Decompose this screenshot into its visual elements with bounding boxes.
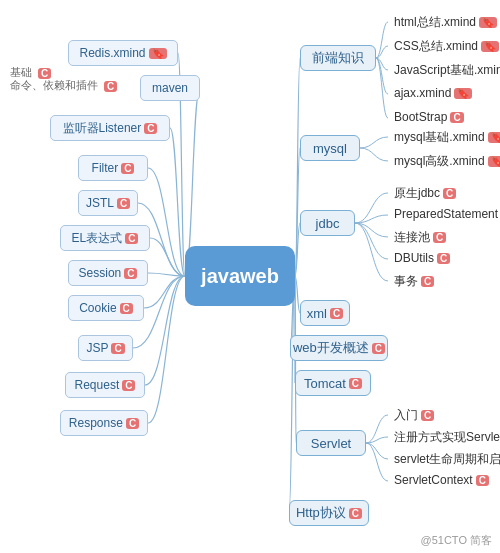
node-label: Response [69, 416, 123, 430]
leaf-label: PreparedStatement [394, 207, 498, 221]
leaf-label: 连接池 [394, 229, 430, 246]
leaf-node-mysql_basic: mysql基础.xmind🔖 [388, 127, 500, 148]
center-label: javaweb [201, 265, 279, 288]
left-node-el: EL表达式C [60, 225, 150, 251]
badge-c: C [125, 233, 138, 244]
node-label: 监听器Listener [63, 120, 142, 137]
badge-xmind: 🔖 [488, 156, 500, 167]
badge-c: C [122, 380, 135, 391]
badge-xmind: 🔖 [481, 41, 499, 52]
mid-label: mysql [313, 141, 347, 156]
left-node-jsp: JSPC [78, 335, 133, 361]
mid-node-webdev: web开发概述C [290, 335, 388, 361]
left-node-response: ResponseC [60, 410, 148, 436]
left-node-session: SessionC [68, 260, 148, 286]
leaf-node-tx: 事务C [388, 271, 440, 292]
badge-c: C [126, 418, 139, 429]
badge-c: C [330, 308, 343, 319]
badge-c: C [121, 163, 134, 174]
leaf-node-mysql_adv: mysql高级.xmind🔖 [388, 151, 500, 172]
leaf-node-dbutils: DBUtilsC [388, 249, 456, 267]
leaf-node-servlet_intro: 入门C [388, 405, 440, 426]
leaf-node-servlet_ctx: ServletContextC [388, 471, 495, 489]
badge-cmd: C [104, 81, 117, 92]
leaf-label: ServletContext [394, 473, 473, 487]
leaf-node-bootstrap: BootStrapC [388, 108, 470, 126]
badge-c: C [372, 343, 385, 354]
leaf-label: html总结.xmind [394, 14, 476, 31]
mid-node-xml: xmlC [300, 300, 350, 326]
leaf-node-js: JavaScript基础.xmind🔖 [388, 60, 500, 81]
leaf-node-pool: 连接池C [388, 227, 452, 248]
badge-c: C [349, 378, 362, 389]
leaf-label: JavaScript基础.xmind [394, 62, 500, 79]
leaf-label: CSS总结.xmind [394, 38, 478, 55]
leaf-node-servlet_life: servlet生命周期和启动C [388, 449, 500, 470]
node-label: Session [79, 266, 122, 280]
leaf-label: mysql高级.xmind [394, 153, 485, 170]
badge-c: C [124, 268, 137, 279]
badge-c: C [349, 508, 362, 519]
node-label: JSTL [86, 196, 114, 210]
mid-node-mysql: mysql [300, 135, 360, 161]
mid-node-frontend: 前端知识 [300, 45, 376, 71]
badge-c: C [144, 123, 157, 134]
badge-c: C [111, 343, 124, 354]
badge-xmind: 🔖 [479, 17, 497, 28]
badge-basic: C [38, 68, 51, 79]
leaf-node-rawjdbc: 原生jdbcC [388, 183, 462, 204]
badge-c: C [476, 475, 489, 486]
badge-c: C [433, 232, 446, 243]
leaf-label: BootStrap [394, 110, 447, 124]
left-node-maven: maven [140, 75, 200, 101]
mid-label: 前端知识 [312, 49, 364, 67]
left-node-listener: 监听器ListenerC [50, 115, 170, 141]
badge-xmind: 🔖 [488, 132, 500, 143]
badge-xmind: 🔖 [454, 88, 472, 99]
badge-c: C [421, 276, 434, 287]
leaf-label: ajax.xmind [394, 86, 451, 100]
leaf-node-html: html总结.xmind🔖 [388, 12, 500, 33]
mid-label: Http协议 [296, 504, 346, 522]
leaf-label: mysql基础.xmind [394, 129, 485, 146]
left-node-jstl: JSTLC [78, 190, 138, 216]
left-node-filter: FilterC [78, 155, 148, 181]
mid-node-jdbc: jdbc [300, 210, 355, 236]
badge-c: C [437, 253, 450, 264]
badge-xmind: 🔖 [149, 48, 167, 59]
badge-c: C [443, 188, 456, 199]
mid-label: Tomcat [304, 376, 346, 391]
mid-label: jdbc [316, 216, 340, 231]
leaf-label: DBUtils [394, 251, 434, 265]
leaf-label: 入门 [394, 407, 418, 424]
mid-node-tomcat: TomcatC [295, 370, 371, 396]
mid-label: Servlet [311, 436, 351, 451]
mid-label: xml [307, 306, 327, 321]
badge-c: C [120, 303, 133, 314]
badge-c: C [117, 198, 130, 209]
mind-map-canvas: javaweb 基础 C 命令、依赖和插件 C @51CTO 简客 Redis.… [0, 0, 500, 553]
node-label: Redis.xmind [79, 46, 145, 60]
node-label: maven [152, 81, 188, 95]
leaf-label: 原生jdbc [394, 185, 440, 202]
badge-c: C [421, 410, 434, 421]
leaf-node-css: CSS总结.xmind🔖 [388, 36, 500, 57]
center-node: javaweb [185, 246, 295, 306]
node-label: Filter [92, 161, 119, 175]
watermark: @51CTO 简客 [421, 533, 492, 548]
leaf-label: servlet生命周期和启动 [394, 451, 500, 468]
badge-c: C [450, 112, 463, 123]
left-node-request: RequestC [65, 372, 145, 398]
leaf-label: 注册方式实现Servlet [394, 429, 500, 446]
left-node-cookie: CookieC [68, 295, 144, 321]
node-label: JSP [86, 341, 108, 355]
leaf-node-ajax: ajax.xmind🔖 [388, 84, 478, 102]
node-label: Request [75, 378, 120, 392]
mid-label: web开发概述 [293, 339, 369, 357]
left-node-redis: Redis.xmind🔖 [68, 40, 178, 66]
mid-node-http: Http协议C [289, 500, 369, 526]
node-label: Cookie [79, 301, 116, 315]
leaf-node-servlet_impl: 注册方式实现ServletC [388, 427, 500, 448]
leaf-node-prepared: PreparedStatementC [388, 205, 500, 223]
node-label: EL表达式 [72, 230, 123, 247]
